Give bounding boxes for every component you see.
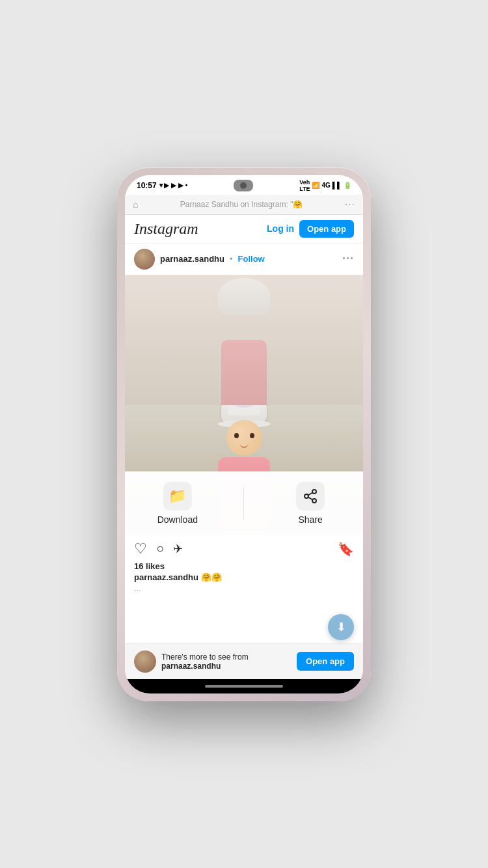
caption-emoji: 🤗🤗 — [201, 572, 222, 582]
heart-icon[interactable]: ♡ — [134, 540, 147, 557]
banner-text: There's more to see from parnaaz.sandhu — [161, 652, 249, 671]
download-button[interactable]: 📁 Download — [139, 482, 217, 525]
status-bar: 10:57 ▾ ▶ ▶ ▶ • VehLTE 📶 4G ▌▌ 🔋 — [125, 175, 363, 195]
share-dm-icon[interactable]: ✈ — [173, 542, 183, 556]
lte-badge: VehLTE — [299, 179, 310, 192]
address-more[interactable]: ··· — [345, 199, 355, 210]
address-text: Parnaaz Sandhu on Instagram: "🤗 — [138, 200, 344, 209]
share-label: Share — [298, 514, 322, 525]
home-icon: ⌂ — [133, 199, 138, 210]
phone-frame: 10:57 ▾ ▶ ▶ ▶ • VehLTE 📶 4G ▌▌ 🔋 ⌂ Parna… — [117, 167, 371, 701]
follow-button[interactable]: Follow — [238, 254, 265, 264]
post-username[interactable]: parnaaz.sandhu — [160, 254, 224, 264]
instagram-logo: Instagram — [134, 220, 198, 238]
scroll-content: parnaaz.sandhu • Follow ··· — [125, 244, 363, 679]
post-image-bg — [125, 275, 363, 405]
share-button[interactable]: Share — [271, 482, 349, 525]
post-more-icon[interactable]: ··· — [342, 252, 354, 266]
caption-username[interactable]: parnaaz.sandhu — [134, 572, 198, 582]
open-app-button-banner[interactable]: Open app — [297, 652, 354, 671]
bookmark-icon[interactable]: 🔖 — [338, 541, 354, 557]
post-header: parnaaz.sandhu • Follow ··· — [125, 244, 363, 275]
share-icon — [303, 488, 318, 504]
ig-header-buttons: Log in Open app — [267, 220, 354, 238]
login-button[interactable]: Log in — [267, 223, 294, 234]
download-icon-wrap: 📁 — [163, 482, 192, 511]
banner-left: There's more to see from parnaaz.sandhu — [134, 651, 249, 673]
body-design — [228, 405, 260, 415]
banner-avatar — [134, 651, 156, 673]
banner-line1: There's more to see from — [161, 652, 249, 662]
post-actions: ♡ ○ ✈ 🔖 — [125, 535, 363, 560]
banner-username: parnaaz.sandhu — [161, 662, 249, 671]
bg-hat — [218, 278, 270, 314]
actions-left: ♡ ○ ✈ — [134, 540, 183, 557]
fab-download-icon: ⬇ — [336, 620, 346, 634]
post-image-wrap: 📁 Download Share — [125, 275, 363, 535]
comment-icon[interactable]: ○ — [156, 541, 164, 556]
phone-screen: 10:57 ▾ ▶ ▶ ▶ • VehLTE 📶 4G ▌▌ 🔋 ⌂ Parna… — [125, 175, 363, 693]
signal-bars: ▌▌ — [332, 182, 342, 189]
svg-line-3 — [308, 497, 313, 499]
signal-text: 4G — [321, 182, 330, 189]
share-icon-wrap — [296, 482, 325, 511]
post-meta: 16 likes parnaaz.sandhu 🤗🤗 ... — [125, 560, 363, 597]
home-bar — [205, 685, 283, 688]
home-indicator — [125, 679, 363, 693]
baby-eye-left — [234, 433, 239, 438]
bottom-banner: There's more to see from parnaaz.sandhu … — [125, 643, 363, 679]
avatar — [134, 249, 155, 270]
likes-count: 16 likes — [134, 561, 354, 571]
download-share-overlay: 📁 Download Share — [125, 471, 363, 535]
overlay-divider — [243, 487, 244, 520]
open-app-button-header[interactable]: Open app — [299, 220, 354, 238]
fab-download[interactable]: ⬇ — [328, 614, 354, 640]
post-caption: parnaaz.sandhu 🤗🤗 — [134, 572, 354, 582]
status-right: VehLTE 📶 4G ▌▌ 🔋 — [299, 179, 351, 192]
notification-icons: ▾ ▶ ▶ ▶ • — [159, 182, 188, 189]
download-label: Download — [157, 514, 198, 525]
baby-face — [226, 420, 262, 456]
svg-line-4 — [308, 492, 313, 495]
address-bar[interactable]: ⌂ Parnaaz Sandhu on Instagram: "🤗 ··· — [125, 195, 363, 215]
status-left: 10:57 ▾ ▶ ▶ ▶ • — [137, 181, 187, 190]
post-user: parnaaz.sandhu • Follow — [134, 249, 265, 270]
ig-header: Instagram Log in Open app — [125, 215, 363, 244]
baby-eye-right — [250, 433, 254, 438]
battery-icon: 🔋 — [344, 182, 351, 189]
camera-notch — [234, 180, 253, 191]
bg-body — [221, 340, 267, 405]
post-ellipsis[interactable]: ... — [134, 583, 354, 593]
baby-mouth — [240, 444, 248, 448]
status-time: 10:57 — [137, 181, 157, 190]
wifi-icon: 📶 — [312, 182, 319, 189]
post-dot: • — [230, 254, 233, 264]
download-folder-icon: 📁 — [169, 488, 186, 505]
